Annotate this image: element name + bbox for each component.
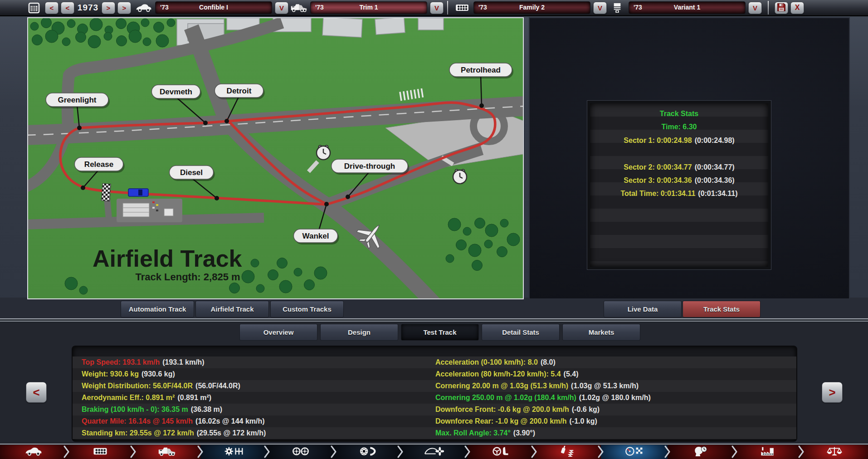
model-selector-group: '73Confible IV bbox=[135, 1, 288, 15]
track-stats-title: Track Stats bbox=[590, 107, 768, 120]
corner-label: Drive-through bbox=[344, 162, 395, 171]
corner-label: Petrolhead bbox=[461, 66, 501, 74]
divider-double bbox=[0, 318, 868, 323]
tab-automation-track[interactable]: Automation Track bbox=[121, 301, 194, 317]
engine-family-selector[interactable]: '73Family 2 bbox=[473, 1, 590, 14]
bottom-nav-engineering-time[interactable] bbox=[668, 445, 734, 459]
track-stats-reference: (0:00:34.36) bbox=[695, 176, 735, 184]
year-back-button[interactable]: < bbox=[61, 2, 74, 14]
trim-selector-group: '73Trim 1V bbox=[290, 1, 444, 15]
track-stats-value: Total Time: 0:01:34.11 bbox=[621, 190, 696, 197]
trim-truck-icon bbox=[158, 446, 176, 458]
stat-reference: (36.38 m) bbox=[191, 405, 222, 413]
track-stats-row bbox=[590, 147, 768, 160]
model-selector[interactable]: '73Confible I bbox=[155, 1, 272, 14]
wheels-icon bbox=[291, 446, 311, 459]
year-forward-button[interactable]: > bbox=[102, 2, 115, 14]
bottom-nav-wheels[interactable] bbox=[267, 445, 334, 459]
close-button[interactable]: X bbox=[790, 2, 804, 14]
bottom-nav-aero-cooling[interactable] bbox=[400, 445, 467, 459]
calendar-icon[interactable] bbox=[25, 1, 43, 15]
car-icon bbox=[24, 446, 43, 458]
bottom-nav-engine-family[interactable] bbox=[67, 445, 133, 459]
bottom-nav-brakes[interactable] bbox=[334, 445, 400, 459]
track-stats-reference: (0:00:24.98) bbox=[695, 137, 735, 144]
stat-value: Acceleration (0-100 km/h): 8.0 bbox=[435, 358, 538, 366]
interior-driver-icon bbox=[491, 446, 511, 459]
engine-variant-selector-dropdown-button[interactable]: V bbox=[748, 2, 762, 14]
factory-icon bbox=[758, 446, 778, 459]
selector-year-badge: '73 bbox=[315, 2, 324, 13]
corner-label: Devmeth bbox=[160, 88, 192, 96]
test-result-row: Aerodynamic Eff.: 0.891 m²(0.891 m²)Corn… bbox=[73, 392, 796, 404]
test-result-row: Standing km: 29.55s @ 172 km/h(29.55s @ … bbox=[73, 427, 796, 439]
bottom-nav-car[interactable] bbox=[0, 445, 67, 459]
corner-label: Wankel bbox=[302, 232, 329, 240]
aero-cooling-icon bbox=[424, 446, 444, 459]
bottom-nav-suspension[interactable] bbox=[534, 445, 601, 459]
engineering-time-icon bbox=[691, 446, 711, 459]
year-back-fast-button[interactable]: < bbox=[45, 2, 59, 14]
stat-reference: (5.4) bbox=[564, 370, 579, 378]
track-stats-value: Sector 3: 0:00:34.36 bbox=[624, 176, 692, 184]
player-car bbox=[128, 189, 148, 196]
trim-selector[interactable]: '73Trim 1 bbox=[310, 1, 427, 14]
corner-label: Diesel bbox=[180, 168, 203, 177]
stat-value: Top Speed: 193.1 km/h bbox=[82, 358, 160, 366]
stat-reference: (29.55s @ 172 km/h) bbox=[197, 429, 266, 437]
trim-selector-dropdown-button[interactable]: V bbox=[430, 2, 444, 14]
stat-reference: (1.03g @ 51.3 km/h) bbox=[571, 382, 639, 390]
tab-design[interactable]: Design bbox=[320, 324, 398, 341]
stats-next-button[interactable]: > bbox=[822, 382, 843, 403]
stat-reference: (930.6 kg) bbox=[141, 370, 175, 378]
start-finish-line bbox=[102, 183, 111, 201]
stat-value: Standing km: 29.55s @ 172 km/h bbox=[82, 429, 194, 437]
tab-airfield-track[interactable]: Airfield Track bbox=[195, 301, 269, 317]
bottom-nav-interior-driver[interactable] bbox=[468, 445, 534, 459]
engine-family-selector-dropdown-button[interactable]: V bbox=[593, 2, 607, 14]
bottom-nav-factory[interactable] bbox=[735, 445, 801, 459]
engine-family-selector-group: '73Family 2V bbox=[454, 1, 607, 15]
engine-family-icon bbox=[454, 1, 471, 15]
corner-label: Release bbox=[84, 160, 113, 169]
test-track-icon bbox=[624, 446, 644, 459]
engine-family-icon bbox=[91, 446, 109, 458]
tab-detail-stats[interactable]: Detail Stats bbox=[482, 324, 560, 341]
save-icon bbox=[777, 3, 786, 13]
bottom-nav-trim-truck[interactable] bbox=[133, 445, 200, 459]
stat-reference: (8.0) bbox=[541, 358, 556, 366]
model-selector-dropdown-button[interactable]: V bbox=[275, 2, 288, 14]
track-stats-row: Time: 6.30 bbox=[590, 120, 768, 133]
stat-reference: (1.02g @ 180.0 km/h) bbox=[579, 394, 651, 401]
bottom-nav-test-track[interactable] bbox=[601, 445, 668, 459]
tab-track-stats[interactable]: Track Stats bbox=[683, 301, 761, 317]
selector-year-badge: '73 bbox=[634, 2, 642, 13]
engine-variant-icon bbox=[609, 1, 626, 15]
bottom-nav-markets-scales[interactable] bbox=[801, 445, 868, 459]
tab-overview[interactable]: Overview bbox=[239, 324, 317, 341]
stat-value: Weight: 930.6 kg bbox=[82, 370, 139, 378]
suspension-icon bbox=[557, 446, 577, 459]
divider-line bbox=[0, 444, 868, 444]
tab-custom-tracks[interactable]: Custom Tracks bbox=[270, 301, 344, 317]
save-button[interactable] bbox=[775, 2, 788, 14]
tab-markets[interactable]: Markets bbox=[562, 324, 640, 341]
track-stats-value: Sector 1: 0:00:24.98 bbox=[624, 137, 692, 144]
tab-live-data[interactable]: Live Data bbox=[604, 301, 682, 317]
stats-prev-button[interactable]: < bbox=[26, 382, 47, 403]
track-map: GreenlightDevmethDetroitPetrolheadReleas… bbox=[28, 18, 523, 298]
engine-variant-selector[interactable]: '73Variant 1 bbox=[629, 1, 746, 14]
stat-reference: (16.02s @ 144 km/h) bbox=[195, 417, 265, 425]
selector-value: Variant 1 bbox=[629, 2, 745, 13]
tab-test-track[interactable]: Test Track bbox=[401, 324, 479, 341]
stat-value: Max. Roll Angle: 3.74° bbox=[435, 429, 511, 437]
engine-variant-selector-group: '73Variant 1V bbox=[609, 1, 762, 15]
test-result-row: Top Speed: 193.1 km/h(193.1 km/h)Acceler… bbox=[73, 356, 796, 368]
track-stats-value: Time: 6.30 bbox=[662, 123, 697, 131]
markets-scales-icon bbox=[824, 446, 844, 459]
year-forward-fast-button[interactable]: > bbox=[117, 2, 131, 14]
track-map-panel: GreenlightDevmethDetroitPetrolheadReleas… bbox=[27, 17, 524, 299]
bottom-nav-gearbox[interactable] bbox=[200, 445, 267, 459]
stat-value: Downforce Front: -0.6 kg @ 200.0 km/h bbox=[435, 405, 569, 413]
stat-value: Cornering 250.00 m @ 1.02g (180.4 km/h) bbox=[435, 394, 576, 401]
